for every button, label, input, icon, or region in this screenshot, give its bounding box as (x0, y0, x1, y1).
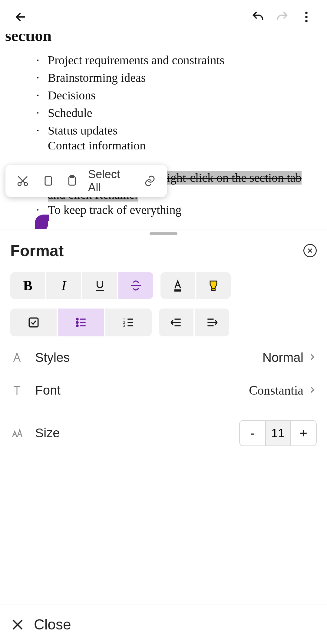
font-row[interactable]: Font Constantia (0, 374, 327, 407)
list-item[interactable]: Project requirements and constraints (48, 52, 224, 69)
checklist-button[interactable] (10, 309, 57, 336)
size-row: Size - 11 + (0, 407, 327, 459)
bulleted-list-icon (74, 316, 88, 329)
outdent-button[interactable] (159, 309, 193, 336)
numbered-list-icon: 123 (122, 316, 135, 329)
undo-button[interactable] (246, 5, 270, 29)
redo-button (270, 5, 294, 29)
chevron-right-icon (308, 385, 317, 394)
svg-rect-12 (212, 289, 215, 291)
more-menu-button[interactable] (294, 5, 319, 29)
context-menu: Select All (5, 165, 167, 197)
panel-close-button[interactable] (303, 244, 317, 257)
link-button[interactable] (138, 169, 162, 193)
numbered-list-button[interactable]: 123 (105, 309, 152, 336)
svg-point-2 (305, 20, 308, 22)
list-item[interactable]: Status updates (48, 122, 117, 139)
svg-point-0 (305, 12, 308, 14)
font-value: Constantia (249, 383, 303, 398)
size-stepper: - 11 + (239, 420, 317, 446)
panel-drag-handle[interactable] (150, 232, 177, 235)
indent-icon (205, 316, 219, 329)
bulleted-list-button[interactable] (58, 309, 104, 336)
size-increase-button[interactable]: + (291, 421, 316, 445)
svg-rect-5 (45, 177, 51, 185)
font-color-icon (171, 279, 184, 292)
select-all-button[interactable]: Select All (88, 168, 134, 194)
list-item[interactable]: Schedule (48, 105, 92, 122)
scissors-icon (16, 175, 29, 187)
strikethrough-icon (129, 279, 143, 292)
top-toolbar (0, 0, 327, 34)
back-arrow-icon (14, 10, 28, 24)
paste-button[interactable] (60, 169, 84, 193)
copy-button[interactable] (36, 169, 59, 193)
styles-label: Styles (35, 350, 263, 365)
italic-icon: I (61, 278, 66, 293)
format-panel: Format B I (0, 229, 327, 644)
list-item[interactable]: Decisions (48, 87, 96, 104)
size-label: Size (35, 426, 239, 440)
close-icon (307, 247, 313, 254)
bold-icon: B (23, 278, 32, 294)
svg-text:3: 3 (123, 324, 125, 328)
close-icon (10, 617, 25, 632)
styles-value: Normal (263, 350, 303, 365)
close-label: Close (34, 616, 71, 633)
back-button[interactable] (8, 5, 33, 29)
styles-row[interactable]: Styles Normal (0, 341, 327, 374)
list-item[interactable]: Contact information (48, 140, 146, 149)
kebab-icon (299, 10, 313, 24)
clipboard-icon (66, 175, 78, 187)
svg-point-14 (76, 318, 78, 320)
styles-icon (10, 351, 24, 364)
list-item[interactable]: To keep track of everything (48, 204, 181, 216)
section-heading-cut: section (5, 34, 320, 45)
size-icon (10, 426, 24, 440)
close-bar[interactable]: Close (0, 605, 327, 644)
svg-rect-11 (174, 289, 181, 292)
svg-point-1 (305, 16, 308, 18)
undo-icon (251, 10, 265, 24)
font-color-button[interactable] (160, 272, 195, 299)
bullet-list-a: ·Project requirements and constraints ·B… (36, 52, 321, 149)
cut-button[interactable] (11, 169, 35, 193)
svg-point-15 (76, 322, 78, 323)
checklist-icon (27, 316, 40, 329)
underline-button[interactable] (82, 272, 117, 299)
size-value[interactable]: 11 (265, 421, 291, 445)
chevron-right-icon (308, 352, 317, 362)
indent-button[interactable] (195, 309, 229, 336)
underline-icon (93, 279, 107, 292)
highlight-button[interactable] (196, 272, 231, 299)
font-icon (10, 384, 24, 397)
list-item[interactable]: Brainstorming ideas (48, 69, 146, 86)
outdent-icon (170, 316, 183, 329)
highlighter-icon (207, 279, 220, 292)
svg-rect-13 (29, 318, 38, 327)
size-decrease-button[interactable]: - (240, 421, 265, 445)
copy-icon (41, 175, 54, 187)
font-label: Font (35, 383, 249, 398)
svg-point-16 (76, 325, 78, 327)
panel-title: Format (10, 242, 303, 260)
bold-button[interactable]: B (10, 272, 45, 299)
link-icon (144, 175, 156, 187)
redo-icon (275, 10, 289, 24)
italic-button[interactable]: I (46, 272, 81, 299)
strikethrough-button[interactable] (118, 272, 153, 299)
